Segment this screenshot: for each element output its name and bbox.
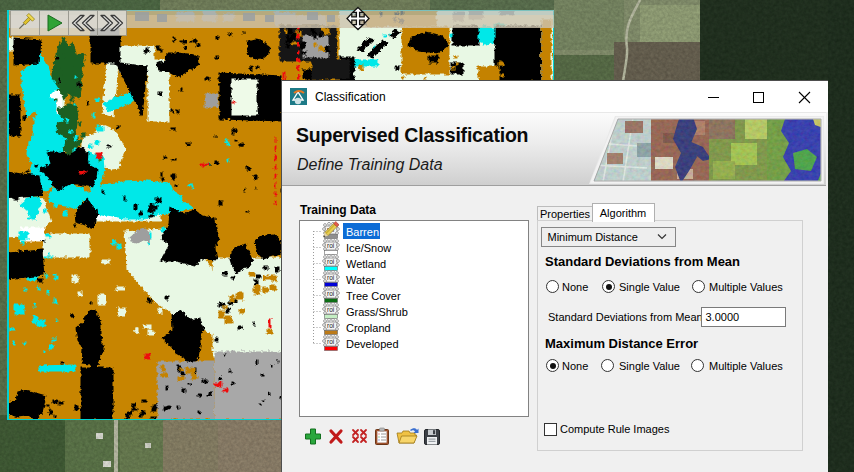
svg-text:Developed: Developed [346,337,399,349]
svg-text:roi: roi [327,258,334,265]
svg-text:roi: roi [327,338,334,345]
svg-text:Grass/Shrub: Grass/Shrub [346,305,408,317]
svg-text:Water: Water [346,273,375,285]
svg-text:roi: roi [327,274,334,281]
svg-text:Tree Cover: Tree Cover [346,289,401,301]
svg-text:Cropland: Cropland [346,321,391,333]
svg-text:roi: roi [327,306,334,313]
svg-text:Ice/Snow: Ice/Snow [346,241,391,253]
svg-text:roi: roi [327,290,334,297]
svg-text:Wetland: Wetland [346,257,386,269]
svg-text:Barren: Barren [346,225,379,237]
svg-text:roi: roi [327,322,334,329]
svg-text:roi: roi [327,242,334,249]
